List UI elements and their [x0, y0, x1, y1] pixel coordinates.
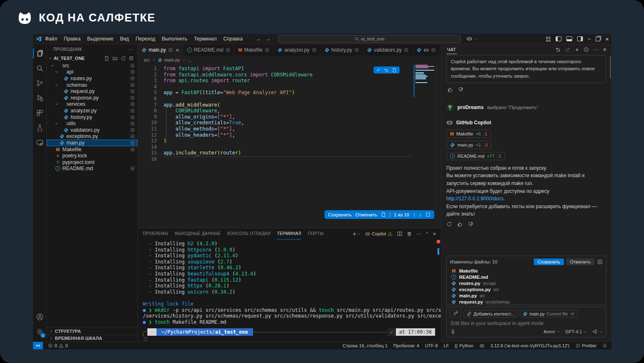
docs-link[interactable]: http://127.0.0.1:8000/docs — [446, 196, 504, 202]
keep-open-icon[interactable] — [130, 102, 135, 107]
accept-change-icon[interactable]: ✓ — [376, 67, 380, 73]
new-folder-icon[interactable] — [112, 56, 118, 61]
chat-input-box[interactable]: Добавить контекст... main.py Current fil… — [446, 307, 606, 337]
keep-open-icon[interactable] — [130, 115, 135, 120]
tree-item-src[interactable]: src — [47, 62, 137, 69]
tree-item-exceptions-py[interactable]: exceptions.py — [47, 133, 137, 140]
keep-open-icon[interactable] — [130, 108, 135, 113]
new-file-icon[interactable] — [104, 56, 109, 61]
tools-chip[interactable] — [450, 310, 461, 318]
keep-open-icon[interactable] — [130, 140, 135, 145]
chat-more-icon[interactable]: ··· — [594, 47, 599, 52]
section-timeline[interactable]: ВРЕМЕННАЯ ШКАЛА — [47, 335, 137, 342]
copilot-terminal-item[interactable]: Copilot — [365, 231, 393, 237]
menu-item[interactable]: Вид — [117, 36, 133, 42]
kill-terminal-icon[interactable] — [407, 231, 412, 237]
toggle-panel-icon[interactable] — [566, 36, 572, 41]
menu-item[interactable]: Терминал — [191, 36, 220, 42]
keep-open-icon[interactable] — [265, 47, 270, 52]
panel-tab--[interactable]: ВЫХОДНЫЕ ДАННЫЕ — [175, 228, 221, 240]
redo-icon[interactable] — [565, 47, 571, 52]
cursor-position[interactable]: Строка 16, столбец 1 — [343, 343, 387, 348]
notifications-bell-icon[interactable] — [602, 343, 607, 348]
tree-item-analyzer-py[interactable]: analyzer.py — [47, 107, 137, 114]
breadcrumb-item[interactable]: main.py — [164, 57, 180, 62]
tree-item-api[interactable]: api — [47, 69, 137, 76]
thumbs-up-icon[interactable] — [447, 87, 453, 93]
panel-tab--[interactable]: ТЕРМИНАЛ — [277, 228, 301, 240]
activity-run-debug-icon[interactable] — [33, 90, 46, 105]
save-button[interactable]: Сохранить — [328, 212, 352, 217]
keep-open-icon[interactable] — [312, 47, 317, 52]
activity-search-icon[interactable] — [33, 61, 46, 76]
activity-explorer-icon[interactable] — [33, 46, 46, 61]
tree-item-pyproject-toml[interactable]: pyproject.toml — [47, 159, 137, 166]
mode-picker[interactable]: Агент — [544, 329, 560, 334]
tree-item-utils[interactable]: utils — [47, 120, 137, 127]
activity-testing-icon[interactable] — [33, 120, 46, 135]
view-diff-icon[interactable] — [597, 259, 603, 265]
keep-open-icon[interactable] — [431, 47, 436, 52]
keep-open-icon[interactable] — [130, 76, 135, 81]
close-button[interactable]: × — [605, 36, 609, 43]
activity-extensions-icon[interactable] — [33, 105, 46, 120]
file-chip-readme-md[interactable]: iREADME.md+77-1 — [446, 152, 505, 160]
tree-item-main-py[interactable]: main.py — [47, 140, 137, 146]
thumbs-down-icon[interactable] — [468, 221, 474, 227]
panel-tab--[interactable]: ПОРТЫ — [308, 228, 324, 240]
split-terminal-icon[interactable] — [397, 231, 402, 237]
current-file-chip[interactable]: main.py Current file — [520, 310, 578, 318]
eol[interactable]: LF — [444, 343, 449, 348]
command-center[interactable]: ai_test_one — [278, 35, 461, 43]
close-panel-icon[interactable]: × — [433, 231, 436, 237]
language-mode[interactable]: {} Python — [455, 343, 474, 348]
menu-item[interactable]: Файл — [42, 36, 61, 42]
file-icon[interactable] — [381, 212, 386, 217]
chat-tab-label[interactable]: ЧАТ — [446, 45, 457, 54]
changed-file-exceptions-py[interactable]: exceptions.pysrc — [447, 286, 606, 292]
section-outline[interactable]: СТРУКТУРА — [47, 327, 137, 335]
toggle-secondary-sidebar-icon[interactable] — [577, 36, 583, 41]
tree-item-poetry-lock[interactable]: ≡poetry.lock — [47, 152, 137, 159]
model-picker[interactable]: GPT-4.1 — [565, 329, 587, 334]
indentation[interactable]: Пробелов: 4 — [393, 343, 419, 348]
file-chip-makefile[interactable]: MMakefile+6-1 — [446, 130, 491, 138]
tab-main-py[interactable]: main.py× — [138, 44, 183, 56]
tab-readme-md[interactable]: iREADME.md — [183, 44, 234, 56]
keep-open-icon[interactable] — [168, 47, 173, 52]
terminal[interactable]: - Installing h2 (4.2.0) - Installing htt… — [138, 239, 441, 342]
open-file-icon[interactable] — [392, 68, 397, 73]
nav-forward-icon[interactable]: → — [265, 36, 271, 42]
nav-back-icon[interactable]: ← — [256, 36, 261, 42]
panel-tab--[interactable]: КОНСОЛЬ ОТЛАДКИ — [227, 228, 270, 240]
changed-file-routes-py[interactable]: routes.pysrc/api — [447, 280, 606, 286]
restore-button[interactable] — [596, 37, 600, 41]
thumbs-down-icon[interactable] — [458, 87, 464, 93]
menu-item[interactable]: Выполнить — [159, 36, 191, 42]
thumbs-up-icon[interactable] — [457, 221, 463, 227]
keep-open-icon[interactable] — [130, 89, 135, 94]
python-interpreter[interactable]: 3.12.8 ('ai-test-one-VyRYGJTu-py3.12') — [490, 343, 570, 348]
changed-file-main-py[interactable]: main.pysrc — [447, 292, 606, 299]
tab-history-py[interactable]: history.py — [321, 44, 363, 56]
changed-file-makefile[interactable]: MMakefile — [447, 268, 606, 274]
tree-item-services[interactable]: services — [47, 101, 137, 108]
copilot-titlebar-button[interactable] — [466, 36, 477, 42]
code-editor[interactable]: 1from fastapi import FastAPI2from fastap… — [138, 64, 441, 228]
tree-item-request-py[interactable]: request.py — [47, 88, 137, 95]
minimap[interactable] — [415, 65, 435, 85]
cancel-button[interactable]: Отменить — [355, 212, 377, 217]
tab-validators-py[interactable]: validators.py — [363, 44, 413, 56]
tree-item-readme-md[interactable]: iREADME.md — [47, 166, 137, 172]
tree-item-makefile[interactable]: MMakefile — [47, 146, 137, 153]
tab-makefile[interactable]: MMakefile — [234, 44, 274, 56]
file-chip-main-py[interactable]: main.py+1-3 — [446, 141, 491, 149]
menu-item[interactable]: Правка — [61, 36, 84, 42]
keep-open-icon[interactable] — [404, 47, 409, 52]
next-change-icon[interactable]: ↓ — [419, 212, 421, 217]
keep-open-icon[interactable] — [130, 63, 135, 68]
tab-ex[interactable]: ex — [413, 44, 440, 56]
new-terminal-button[interactable]: + — [353, 230, 361, 237]
editor-scrollbar[interactable] — [436, 64, 441, 228]
keep-open-icon[interactable] — [130, 95, 135, 100]
